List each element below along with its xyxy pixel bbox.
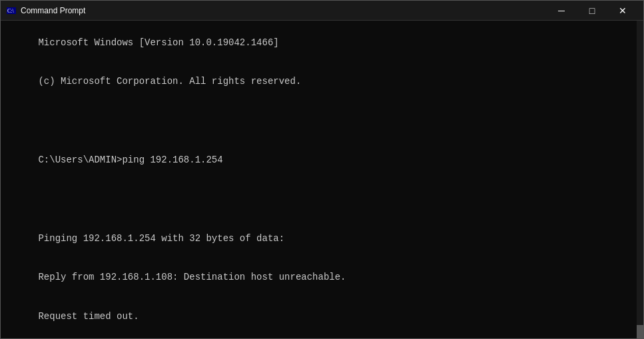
line-3 xyxy=(38,115,43,126)
terminal-output: Microsoft Windows [Version 10.0.19042.14… xyxy=(5,23,639,338)
line-5 xyxy=(38,194,43,204)
scrollbar-vertical[interactable] xyxy=(637,21,643,338)
cmd-window: C:\ Command Prompt ─ □ ✕ Microsoft Windo… xyxy=(0,0,644,339)
line-4: C:\Users\ADMIN>ping 192.168.1.254 xyxy=(38,155,222,165)
minimize-button[interactable]: ─ xyxy=(546,1,577,21)
window-title: Command Prompt xyxy=(21,6,85,15)
line-7: Reply from 192.168.1.108: Destination ho… xyxy=(38,272,346,282)
maximize-button[interactable]: □ xyxy=(577,1,607,21)
scrollbar-thumb[interactable] xyxy=(637,325,643,338)
line-1: Microsoft Windows [Version 10.0.19042.14… xyxy=(38,37,278,48)
title-bar: C:\ Command Prompt ─ □ ✕ xyxy=(1,1,643,21)
close-button[interactable]: ✕ xyxy=(607,1,638,21)
terminal-body[interactable]: Microsoft Windows [Version 10.0.19042.14… xyxy=(1,21,643,338)
svg-text:C:\: C:\ xyxy=(7,8,15,14)
line-6: Pinging 192.168.1.254 with 32 bytes of d… xyxy=(38,233,284,244)
cmd-icon: C:\ xyxy=(6,5,17,16)
title-left: C:\ Command Prompt xyxy=(6,5,85,16)
line-2: (c) Microsoft Corporation. All rights re… xyxy=(38,76,301,87)
line-8: Request timed out. xyxy=(38,311,139,322)
window-controls: ─ □ ✕ xyxy=(546,1,638,21)
